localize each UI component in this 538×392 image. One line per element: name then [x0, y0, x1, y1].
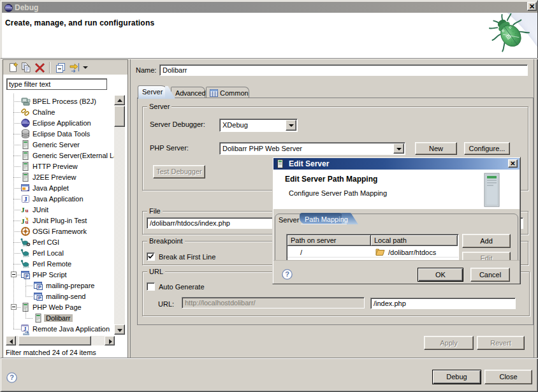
- svg-text:J: J: [27, 186, 30, 192]
- svg-text:J: J: [21, 206, 25, 214]
- svg-text:P: P: [38, 295, 41, 301]
- svg-text:u: u: [25, 207, 29, 214]
- svg-text:?: ?: [285, 270, 289, 278]
- svg-text:J: J: [24, 195, 27, 203]
- svg-text:?: ?: [10, 374, 14, 381]
- svg-text:J: J: [21, 217, 25, 225]
- svg-text:P: P: [38, 284, 41, 290]
